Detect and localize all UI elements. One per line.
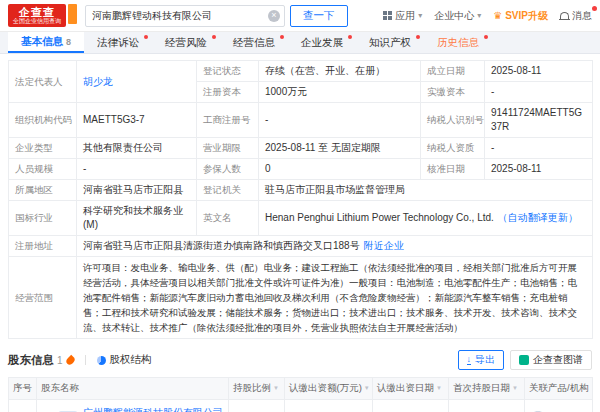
field-label: 纳税人识别号 <box>421 103 485 138</box>
export-button[interactable]: ↓ 导出 <box>458 350 505 370</box>
search-input-wrap: × <box>85 5 285 27</box>
sort-icon[interactable]: ▼ <box>512 385 518 391</box>
field-text: - <box>83 163 86 174</box>
tab-lawsuits[interactable]: 法律诉讼 <box>84 32 152 53</box>
qcc-graph-button[interactable]: 企查查图谱 <box>510 350 592 370</box>
field-label: 核准日期 <box>421 159 485 180</box>
field-value: 1000万元 <box>259 82 421 103</box>
field-value: Henan Penghui Lithium Power Technology C… <box>259 201 593 236</box>
field-text: Henan Penghui Lithium Power Technology C… <box>265 212 494 223</box>
tab-shareholders[interactable]: 股东信息 <box>8 353 54 368</box>
divider <box>85 355 86 365</box>
field-text: 注册地址 <box>15 240 53 251</box>
notification-badge <box>348 35 352 39</box>
tab-intellectual-property[interactable]: 知识产权 <box>356 32 424 53</box>
clear-search-icon[interactable]: × <box>268 10 280 22</box>
extra-link[interactable]: （自动翻译更新） <box>498 212 578 223</box>
field-text: 科学研究和技术服务业 (M) <box>83 205 183 230</box>
field-text: 企业类型 <box>15 142 53 153</box>
shareholders-header: 股东信息 1 股权结构 ↓ 导出 企查查图谱 <box>8 349 592 371</box>
top-header: 企查查 全国企业信用查询 × 查一下 应用 ▾ 企业中心 ▾ ♛ SVIP升级 … <box>0 0 600 32</box>
column-header: 持股比例▼ <box>229 378 285 400</box>
search-input[interactable] <box>85 5 285 27</box>
field-value: 许可项目：发电业务、输电业务、供（配）电业务；建设工程施工（依法须经批准的项目，… <box>77 257 593 339</box>
tab-equity-structure[interactable]: 股权结构 <box>97 353 152 367</box>
field-label: 国标行业 <box>9 201 77 236</box>
field-link[interactable]: 胡少龙 <box>83 76 113 87</box>
chevron-down-icon: ▾ <box>418 11 422 20</box>
field-text: 91411724MAETT5G37R <box>491 107 582 132</box>
nav-enterprise-label: 企业中心 <box>434 9 474 23</box>
row-index: 1 <box>9 400 37 412</box>
tab-business-risk[interactable]: 经营风险 <box>152 32 220 53</box>
info-row: 注册地址河南省驻马店市正阳县清源街道办慎南路和慎西路交叉口188号附近企业 <box>9 236 593 257</box>
extra-link[interactable]: 附近企业 <box>364 240 404 251</box>
field-text: 2025-08-11 <box>491 163 541 174</box>
field-value: 科学研究和技术服务业 (M) <box>77 201 197 236</box>
first-date-cell: 2025-08-11 <box>449 400 525 412</box>
sort-icon[interactable]: ▼ <box>364 385 370 391</box>
tab-label: 基本信息 <box>21 35 63 49</box>
field-text: 0 <box>265 163 271 174</box>
field-value: - <box>485 82 593 103</box>
field-label: 组织机构代码 <box>9 103 77 138</box>
shareholder-name-col: 广州鹏辉能源科技股份有限公司鹏辉能源 (300438.SZ) <box>83 406 223 412</box>
field-text: 营业期限 <box>203 142 241 153</box>
equity-structure-label: 股权结构 <box>110 353 152 367</box>
apps-grid-icon <box>383 11 392 20</box>
field-label: 登记状态 <box>197 61 259 82</box>
shareholder-name-link[interactable]: 广州鹏辉能源科技股份有限公司 <box>83 406 223 412</box>
notification-badge <box>484 35 488 39</box>
nav-apps[interactable]: 应用 ▾ <box>383 9 422 23</box>
column-header: 序号 <box>9 378 37 400</box>
logo-subtitle: 全国企业信用查询 <box>13 18 61 25</box>
sort-icon[interactable]: ▼ <box>273 385 279 391</box>
field-text: - <box>265 114 268 125</box>
notification-badge <box>212 35 216 39</box>
tab-basic-info[interactable]: 基本信息8 <box>8 32 84 53</box>
tab-label: 企业发展 <box>301 36 343 50</box>
shareholders-header-row: 序号股东名称持股比例▼认缴出资额(万元)▼认缴出资日期▼首次持股日期▼关联产品/… <box>9 378 593 400</box>
tab-label: 历史信息 <box>437 36 479 50</box>
info-row: 国标行业科学研究和技术服务业 (M)英文名Henan Penghui Lithi… <box>9 201 593 236</box>
field-text: 人员规模 <box>15 163 53 174</box>
tab-history[interactable]: 历史信息 <box>424 32 492 53</box>
promo-ribbon <box>68 4 77 24</box>
field-text: 其他有限责任公司 <box>83 142 163 153</box>
column-header: 首次持股日期▼ <box>449 378 525 400</box>
tab-business-info[interactable]: 经营信息 <box>220 32 288 53</box>
field-text: 注册资本 <box>203 86 241 97</box>
nav-messages[interactable]: 消息 <box>560 9 592 23</box>
bell-icon <box>560 12 569 20</box>
field-text: 2025-08-11 <box>491 65 541 76</box>
graph-label: 企查查图谱 <box>533 353 583 367</box>
field-value: 2025-08-11 至 无固定期限 <box>259 138 421 159</box>
nav-apps-label: 应用 <box>395 9 415 23</box>
sort-icon[interactable]: ▼ <box>436 385 442 391</box>
field-value: 0 <box>259 159 421 180</box>
tab-development[interactable]: 企业发展 <box>288 32 356 53</box>
notification-badge <box>144 35 148 39</box>
chevron-down-icon: ▾ <box>477 11 481 20</box>
field-label: 所属地区 <box>9 180 77 201</box>
amount-cell: 1000 <box>285 400 373 412</box>
field-text: 工商注册号 <box>203 114 251 125</box>
field-label: 注册地址 <box>9 236 77 257</box>
shareholders-table: 序号股东名称持股比例▼认缴出资额(万元)▼认缴出资日期▼首次持股日期▼关联产品/… <box>8 377 593 412</box>
field-text: 实缴资本 <box>427 86 465 97</box>
field-text: 经营范围 <box>15 292 53 303</box>
shareholders-body: 1+广州鹏辉能源科技股份有限公司鹏辉能源 (300438.SZ)100%1000… <box>9 400 593 412</box>
nav-enterprise-center[interactable]: 企业中心 ▾ <box>434 9 481 23</box>
field-value: 存续（在营、开业、在册） <box>259 61 421 82</box>
field-value: 驻马店市正阳县市场监督管理局 <box>259 180 593 201</box>
field-value: - <box>259 103 421 138</box>
field-value: 2025-08-11 <box>485 61 593 82</box>
graph-icon <box>519 355 529 365</box>
column-label: 股东名称 <box>41 382 79 393</box>
tab-label: 法律诉讼 <box>97 36 139 50</box>
notification-badge <box>280 35 284 39</box>
qcc-logo[interactable]: 企查查 全国企业信用查询 <box>8 4 77 27</box>
search-button[interactable]: 查一下 <box>290 5 348 27</box>
field-text: 存续（在营、开业、在册） <box>265 65 385 76</box>
nav-svip-upgrade[interactable]: ♛ SVIP升级 <box>493 9 548 23</box>
